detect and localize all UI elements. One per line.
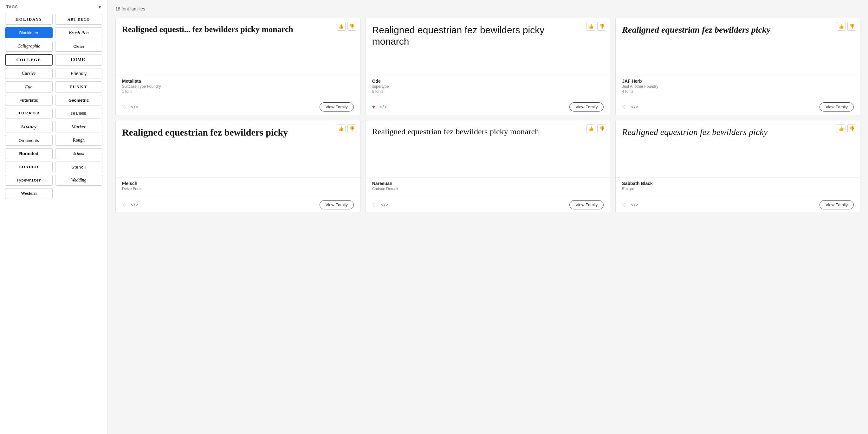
- like-button[interactable]: ♡: [622, 104, 626, 110]
- tags-label: TAGS: [6, 5, 18, 9]
- tag-btn-inline[interactable]: INLINE: [55, 108, 103, 119]
- thumbup-button[interactable]: 👍: [337, 124, 346, 133]
- like-button[interactable]: ♡: [372, 202, 377, 208]
- font-foundry: Delve Fonts: [122, 187, 354, 191]
- font-preview-text: Realigned equestrian fez bewilders picky: [622, 24, 831, 35]
- like-button[interactable]: ♡: [122, 104, 126, 110]
- embed-button[interactable]: </>: [131, 202, 138, 208]
- card-preview-area: 👍 👎 Realigned equesti... fez bewilders p…: [116, 18, 360, 75]
- tag-btn-typewriter[interactable]: Typewriter: [5, 175, 53, 186]
- tag-btn-clean[interactable]: Clean: [55, 41, 103, 52]
- card-top-actions: 👍 👎: [337, 124, 356, 133]
- view-family-button[interactable]: View Family: [569, 200, 603, 209]
- thumbup-button[interactable]: 👍: [587, 124, 595, 133]
- card-bottom-left: ♡ </>: [122, 104, 138, 110]
- view-family-button[interactable]: View Family: [319, 102, 354, 111]
- font-count-label: 1 font: [122, 89, 354, 94]
- font-count-label: 4 fonts: [622, 89, 854, 94]
- font-foundry: supertype: [372, 84, 604, 89]
- like-button[interactable]: ♡: [622, 202, 626, 208]
- tags-grid: HOLIDAYSART DECOBlackletterBrush PenCall…: [5, 14, 102, 199]
- embed-button[interactable]: </>: [381, 202, 389, 208]
- font-foundry: Emigre: [622, 187, 854, 191]
- thumbdown-button[interactable]: 👎: [347, 124, 356, 133]
- card-bottom-left: ♡ </>: [622, 104, 638, 110]
- tag-btn-marker[interactable]: Marker: [55, 121, 103, 132]
- like-button[interactable]: ♥: [372, 104, 375, 110]
- font-count-label: 5 fonts: [372, 89, 604, 94]
- tag-btn-artdeco[interactable]: ART DECO: [55, 14, 103, 25]
- tag-btn-calligraphic[interactable]: Calligraphic: [5, 41, 53, 52]
- tag-btn-ornaments[interactable]: Ornaments: [5, 135, 53, 146]
- tag-btn-school[interactable]: School: [55, 148, 103, 159]
- thumbup-button[interactable]: 👍: [337, 22, 346, 31]
- like-button[interactable]: ♡: [122, 202, 126, 208]
- embed-button[interactable]: </>: [379, 104, 387, 110]
- tag-btn-brushpen[interactable]: Brush Pen: [55, 27, 103, 38]
- font-name: Sabbath Black: [622, 181, 854, 186]
- card-preview-area: 👍 👎 Realigned equestrian fez bewilders p…: [616, 121, 860, 177]
- font-grid: 👍 👎 Realigned equesti... fez bewilders p…: [115, 18, 860, 213]
- card-bottom-left: ♡ </>: [122, 202, 138, 208]
- tag-btn-futuristic[interactable]: Futuristic: [5, 95, 53, 105]
- view-family-button[interactable]: View Family: [819, 200, 854, 209]
- tag-btn-western[interactable]: Western: [5, 188, 53, 199]
- tag-btn-shaded[interactable]: SHADED: [5, 162, 53, 172]
- font-meta: Ode supertype 5 fonts: [366, 75, 610, 99]
- thumbdown-button[interactable]: 👎: [847, 124, 856, 133]
- tags-header: TAGS ▾: [5, 0, 102, 14]
- font-count: 18 font families: [115, 6, 860, 11]
- tag-btn-geometric[interactable]: Geometric: [55, 95, 103, 105]
- sidebar: TAGS ▾ HOLIDAYSART DECOBlackletterBrush …: [0, 0, 108, 434]
- tag-btn-holidays[interactable]: HOLIDAYS: [5, 14, 53, 25]
- thumbup-button[interactable]: 👍: [837, 22, 845, 31]
- card-bottom-actions: ♡ </> View Family: [116, 99, 360, 115]
- chevron-down-icon[interactable]: ▾: [99, 4, 101, 9]
- font-card-jafherb: 👍 👎 Realigned equestrian fez bewilders p…: [615, 18, 860, 115]
- card-bottom-left: ♡ </>: [622, 202, 638, 208]
- font-meta: Metalista Suitcase Type Foundry 1 font: [116, 75, 360, 99]
- font-preview-text: Realigned equestrian fez bewilders picky…: [372, 127, 581, 137]
- card-top-actions: 👍 👎: [587, 124, 606, 133]
- card-preview-area: 👍 👎 Realigned equestrian fez bewilders p…: [116, 121, 360, 177]
- tag-btn-luxury[interactable]: Luxury: [5, 121, 53, 132]
- tag-btn-cursive[interactable]: Cursive: [5, 68, 53, 79]
- thumbdown-button[interactable]: 👎: [597, 124, 606, 133]
- thumbup-button[interactable]: 👍: [837, 124, 845, 133]
- tag-btn-rounded[interactable]: Rounded: [5, 148, 53, 159]
- embed-button[interactable]: </>: [631, 202, 638, 208]
- tag-btn-comic[interactable]: COMIC: [55, 54, 103, 66]
- card-top-actions: 👍 👎: [337, 22, 356, 31]
- thumbdown-button[interactable]: 👎: [847, 22, 856, 31]
- card-bottom-actions: ♡ </> View Family: [616, 197, 860, 212]
- card-top-actions: 👍 👎: [587, 22, 606, 31]
- thumbdown-button[interactable]: 👎: [597, 22, 606, 31]
- font-name: Metalista: [122, 78, 354, 84]
- font-card-ode: 👍 👎 Realigned equestrian fez bewilders p…: [366, 18, 611, 115]
- tag-btn-fun[interactable]: Fun: [5, 81, 53, 93]
- embed-button[interactable]: </>: [631, 104, 638, 110]
- font-preview-text: Realigned equestrian fez bewilders picky: [122, 127, 331, 138]
- font-name: Ode: [372, 78, 604, 84]
- card-bottom-left: ♡ </>: [372, 202, 389, 208]
- view-family-button[interactable]: View Family: [819, 102, 854, 111]
- embed-button[interactable]: </>: [131, 104, 138, 110]
- tag-btn-college[interactable]: COLLEGE: [5, 54, 53, 66]
- card-bottom-left: ♥ </>: [372, 104, 387, 110]
- tag-btn-blackletter[interactable]: Blackletter: [5, 27, 53, 38]
- tag-btn-horror[interactable]: HORROR: [5, 108, 53, 119]
- tag-btn-wedding[interactable]: Wedding: [55, 175, 103, 186]
- card-bottom-actions: ♡ </> View Family: [366, 197, 610, 212]
- font-meta: Fleisch Delve Fonts: [116, 177, 360, 197]
- tag-btn-rough[interactable]: Rough: [55, 135, 103, 146]
- tag-btn-friendly[interactable]: Friendly: [55, 68, 103, 79]
- thumbup-button[interactable]: 👍: [587, 22, 595, 31]
- tag-btn-funky[interactable]: FUNKY: [55, 81, 103, 93]
- view-family-button[interactable]: View Family: [319, 200, 354, 209]
- tag-btn-stencil[interactable]: Stencil: [55, 162, 103, 172]
- font-preview-text: Realigned equestrian fez bewilders picky…: [372, 24, 581, 47]
- thumbdown-button[interactable]: 👎: [347, 22, 356, 31]
- view-family-button[interactable]: View Family: [569, 102, 603, 111]
- font-meta: Naresuan Cadson Demak: [366, 177, 610, 197]
- card-bottom-actions: ♡ </> View Family: [616, 99, 860, 115]
